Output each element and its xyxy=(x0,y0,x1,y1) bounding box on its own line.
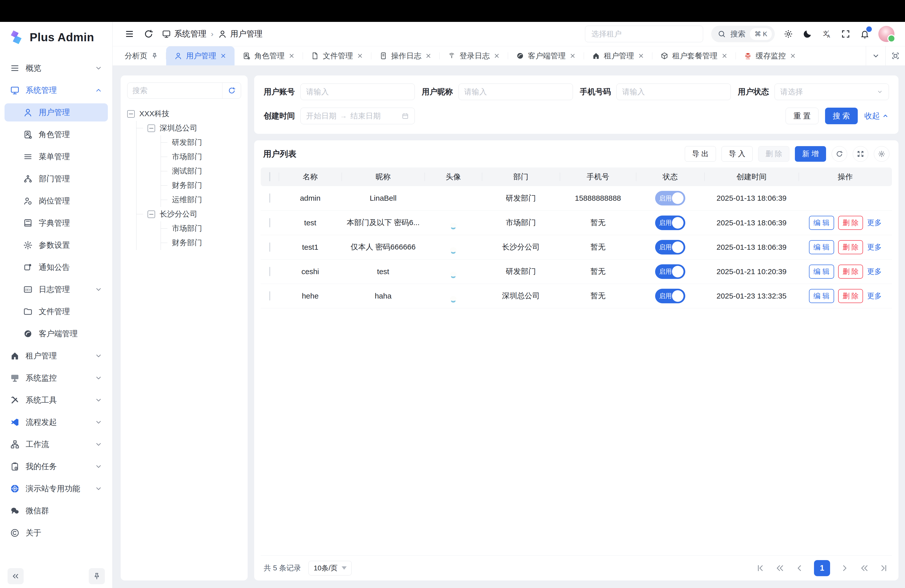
tree-expander-icon[interactable] xyxy=(148,124,155,132)
sidebar-item-1[interactable]: 系统管理 xyxy=(5,81,108,99)
menu-toggle-button[interactable] xyxy=(124,28,135,40)
pin-icon[interactable] xyxy=(151,52,158,59)
tree-node-2-1[interactable]: 财务部门 xyxy=(161,236,241,250)
more-button[interactable]: 更多 xyxy=(867,242,882,252)
sidebar-item-20[interactable]: 微信群 xyxy=(5,502,108,520)
sidebar-item-0[interactable]: 概览 xyxy=(5,59,108,77)
row-checkbox[interactable] xyxy=(269,267,270,276)
delete-row-button[interactable]: 删 除 xyxy=(838,289,863,303)
sidebar-item-18[interactable]: 我的任务 xyxy=(5,458,108,475)
sidebar-pin-button[interactable] xyxy=(89,568,105,584)
row-checkbox[interactable] xyxy=(269,218,270,227)
sidebar-item-17[interactable]: 工作流 xyxy=(5,435,108,453)
more-button[interactable]: 更多 xyxy=(867,291,882,301)
tab-0[interactable]: 分析页 xyxy=(117,46,166,65)
more-button[interactable]: 更多 xyxy=(867,267,882,277)
status-toggle[interactable]: 启用 xyxy=(655,289,685,303)
tree-search-input[interactable] xyxy=(127,86,222,95)
edit-button[interactable]: 编 辑 xyxy=(809,216,834,230)
tree-node-1-1[interactable]: 长沙分公司 xyxy=(137,207,241,221)
delete-row-button[interactable]: 删 除 xyxy=(838,240,863,254)
tab-6[interactable]: 客户端管理 xyxy=(508,46,584,65)
reset-button[interactable]: 重 置 xyxy=(786,108,818,124)
tab-3[interactable]: 文件管理 xyxy=(303,46,371,65)
tab-7[interactable]: 租户管理 xyxy=(584,46,653,65)
close-icon[interactable] xyxy=(494,52,500,59)
tab-5[interactable]: 登录日志 xyxy=(440,46,508,65)
sidebar-item-2[interactable]: 用户管理 xyxy=(5,103,108,121)
close-icon[interactable] xyxy=(721,52,728,59)
status-select[interactable]: 请选择 xyxy=(775,84,889,100)
close-icon[interactable] xyxy=(288,52,295,59)
tree-expander-icon[interactable] xyxy=(148,210,155,218)
tenant-select[interactable] xyxy=(585,25,703,42)
nickname-input[interactable] xyxy=(464,87,567,96)
tab-2[interactable]: 角色管理 xyxy=(235,46,303,65)
next-page-button[interactable] xyxy=(840,563,850,573)
sidebar-item-16[interactable]: 流程发起 xyxy=(5,413,108,431)
language-button[interactable]: 文A xyxy=(821,29,832,40)
export-button[interactable]: 导 出 xyxy=(685,146,716,162)
sidebar-item-7[interactable]: 字典管理 xyxy=(5,214,108,232)
sidebar-item-6[interactable]: 岗位管理 xyxy=(5,192,108,210)
table-settings-button[interactable] xyxy=(874,146,889,162)
global-search[interactable]: 搜索 ⌘ K xyxy=(711,25,775,42)
more-button[interactable]: 更多 xyxy=(867,218,882,228)
fullscreen-button[interactable] xyxy=(840,29,851,40)
sidebar-item-19[interactable]: 演示站专用功能 xyxy=(5,480,108,498)
brand-logo-row[interactable]: Plus Admin xyxy=(0,22,113,52)
tree-node-2-4[interactable]: 运维部门 xyxy=(161,193,241,207)
user-avatar[interactable] xyxy=(878,26,894,42)
table-fullscreen-button[interactable] xyxy=(853,146,868,162)
tab-9[interactable]: redis 缓存监控 xyxy=(736,46,804,65)
edit-button[interactable]: 编 辑 xyxy=(809,289,834,303)
status-toggle[interactable]: 启用 xyxy=(655,216,685,230)
tree-node-2-0[interactable]: 研发部门 xyxy=(161,135,241,149)
delete-row-button[interactable]: 删 除 xyxy=(838,216,863,230)
row-checkbox[interactable] xyxy=(269,194,270,203)
close-icon[interactable] xyxy=(220,52,227,59)
sidebar-item-12[interactable]: 客户端管理 xyxy=(5,325,108,343)
tree-node-1-0[interactable]: 深圳总公司 xyxy=(137,121,241,135)
import-button[interactable]: 导 入 xyxy=(721,146,753,162)
refresh-page-button[interactable] xyxy=(143,28,154,40)
content-fullscreen-button[interactable] xyxy=(885,46,905,65)
row-checkbox[interactable] xyxy=(269,291,270,300)
collapse-filter-link[interactable]: 收起 xyxy=(864,111,889,121)
status-toggle[interactable]: 启用 xyxy=(655,191,685,205)
table-refresh-button[interactable] xyxy=(832,146,847,162)
status-toggle[interactable]: 启用 xyxy=(655,264,685,279)
sidebar-item-13[interactable]: 租户管理 xyxy=(5,347,108,365)
sidebar-item-9[interactable]: 通知公告 xyxy=(5,258,108,277)
sidebar-item-10[interactable]: DEV 日志管理 xyxy=(5,280,108,299)
first-page-button[interactable] xyxy=(755,563,765,573)
daterange-picker[interactable]: 开始日期 → 结束日期 xyxy=(300,108,415,124)
tree-node-2-2[interactable]: 测试部门 xyxy=(161,164,241,178)
tree-refresh-button[interactable] xyxy=(222,83,241,99)
dark-mode-button[interactable] xyxy=(802,29,813,40)
sidebar-item-21[interactable]: 关于 xyxy=(5,524,108,542)
select-all-checkbox[interactable] xyxy=(269,172,270,181)
edit-button[interactable]: 编 辑 xyxy=(809,240,834,254)
tab-4[interactable]: 操作日志 xyxy=(371,46,440,65)
tree-expander-icon[interactable] xyxy=(127,110,135,118)
tenant-select-input[interactable] xyxy=(591,30,697,38)
close-icon[interactable] xyxy=(638,52,644,59)
breadcrumb-item-1[interactable]: 用户管理 xyxy=(218,29,262,40)
sidebar-item-5[interactable]: 部门管理 xyxy=(5,170,108,188)
account-input[interactable] xyxy=(306,87,409,96)
delete-button[interactable]: 删 除 xyxy=(758,146,789,162)
close-icon[interactable] xyxy=(357,52,363,59)
sidebar-item-3[interactable]: 角色管理 xyxy=(5,126,108,144)
current-page[interactable]: 1 xyxy=(814,560,830,576)
sidebar-collapse-button[interactable] xyxy=(8,568,24,584)
add-button[interactable]: 新 增 xyxy=(795,146,826,162)
delete-row-button[interactable]: 删 除 xyxy=(838,265,863,279)
status-toggle[interactable]: 启用 xyxy=(655,240,685,254)
close-icon[interactable] xyxy=(569,52,576,59)
last-page-button[interactable] xyxy=(879,563,889,573)
row-checkbox[interactable] xyxy=(269,242,270,252)
notifications-button[interactable] xyxy=(859,29,870,40)
tree-node-2-0[interactable]: 市场部门 xyxy=(161,221,241,236)
sidebar-item-8[interactable]: 参数设置 xyxy=(5,236,108,254)
